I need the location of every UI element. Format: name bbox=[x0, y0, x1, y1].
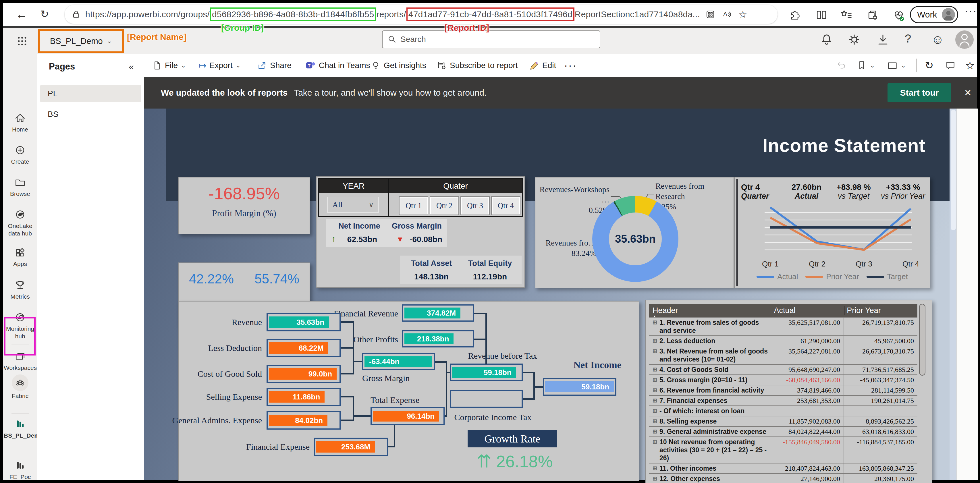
browser-back-icon[interactable]: ← bbox=[16, 8, 27, 21]
screenshot-root: ← ↻ https://app.powerbi.com/groups/d5682… bbox=[0, 0, 980, 483]
table-header-row[interactable]: Header ▲ Actual Prior Year bbox=[649, 304, 917, 317]
page-tab-bs[interactable]: BS bbox=[40, 106, 141, 123]
favorite-star-icon[interactable]: ☆ bbox=[738, 9, 747, 20]
file-menu[interactable]: File⌄ bbox=[152, 54, 186, 77]
quarter-button-1[interactable]: Qtr 1 bbox=[399, 196, 428, 215]
expand-icon[interactable]: ⊞ bbox=[652, 475, 657, 483]
subscribe-button[interactable]: Subscribe to report bbox=[437, 54, 518, 77]
table-row[interactable]: ⊞11. Other incomes218,407,824,463.00163,… bbox=[649, 463, 917, 473]
income-kpi-box[interactable]: Net Income Gross Margin ↑ 62.53bn ▼ -60.… bbox=[326, 219, 447, 247]
sidebar-item-onelake-data-hub[interactable]: OneLake data hub bbox=[3, 208, 37, 237]
quarter-button-2[interactable]: Qtr 2 bbox=[430, 196, 459, 215]
expand-icon[interactable]: ⊞ bbox=[652, 464, 657, 472]
chat-in-teams-button[interactable]: T Chat in Teams bbox=[305, 54, 370, 77]
table-row[interactable]: ⊞5. Gross margin (20=10 - 11)-60,084,463… bbox=[649, 375, 917, 385]
share-button[interactable]: Share bbox=[257, 54, 291, 77]
sidebar-item-create[interactable]: Create bbox=[3, 144, 37, 165]
bookmarks-button[interactable]: ⌄ bbox=[856, 54, 875, 77]
col-header: Header ▲ bbox=[649, 306, 772, 315]
donut-chart[interactable] bbox=[592, 196, 678, 282]
table-row[interactable]: ⊞8. Selling expense11,857,902,083.008,89… bbox=[649, 416, 917, 426]
add-tab-copy-icon[interactable] bbox=[866, 9, 879, 21]
split-screen-icon[interactable] bbox=[815, 9, 828, 21]
table-scrollbar[interactable] bbox=[919, 303, 926, 481]
sidebar-item-fe-poc[interactable]: FE_Poc bbox=[3, 459, 37, 481]
sidebar-item-browse[interactable]: Browse bbox=[3, 176, 37, 197]
help-icon[interactable]: ? bbox=[905, 32, 911, 45]
extensions-puzzle-icon[interactable] bbox=[788, 9, 801, 21]
banner-close-icon[interactable]: × bbox=[964, 86, 971, 99]
year-dropdown[interactable]: All ∨ bbox=[327, 197, 379, 213]
table-row[interactable]: ⊞1. Revenue from sales of goods and serv… bbox=[649, 317, 917, 335]
notifications-bell-icon[interactable] bbox=[819, 32, 834, 47]
expand-icon[interactable]: ⊞ bbox=[652, 427, 657, 435]
view-mode-button[interactable]: ⌄ bbox=[887, 54, 906, 77]
expand-icon[interactable]: ⊞ bbox=[652, 417, 657, 425]
sidebar-item-workspaces[interactable]: Workspaces bbox=[3, 350, 37, 372]
expand-icon[interactable]: ⊞ bbox=[652, 347, 657, 363]
collapse-pages-icon[interactable]: « bbox=[129, 62, 134, 72]
table-row[interactable]: ⊞9. General administrative expense84,024… bbox=[649, 426, 917, 437]
sidebar-item-bs-pl-demo[interactable]: BS_PL_Demo bbox=[3, 418, 37, 439]
expand-icon[interactable]: ⊞ bbox=[652, 337, 657, 345]
report-id-highlight-box: 47d1ad77-91cb-47dd-8a81-510d3f17496d bbox=[406, 8, 574, 21]
browser-more-icon[interactable]: ··· bbox=[964, 5, 977, 17]
income-statement-table-card[interactable]: Header ▲ Actual Prior Year ⊞1. Revenue f… bbox=[645, 300, 932, 483]
slicer-box: YEAR Quater All ∨ Qtr 1Qtr 2Qtr 3Qtr 4 bbox=[318, 178, 523, 217]
tab-grid-icon[interactable] bbox=[705, 9, 716, 19]
settings-gear-icon[interactable] bbox=[847, 32, 862, 47]
sidebar-item-home[interactable]: Home bbox=[3, 111, 37, 133]
sidebar-item-fabric[interactable]: Fabric bbox=[3, 375, 37, 400]
table-row[interactable]: ⊞2. Less deduction61,290,000.0045,967,50… bbox=[649, 335, 917, 346]
sidebar-item-apps[interactable]: Apps bbox=[3, 246, 37, 268]
comments-icon[interactable] bbox=[945, 54, 956, 77]
balance-kpi-box[interactable]: Total Asset Total Equity 148.13bn 112.19… bbox=[400, 256, 522, 284]
download-icon[interactable] bbox=[875, 32, 890, 47]
expand-icon[interactable]: ⊞ bbox=[652, 365, 657, 373]
toolbar-more-icon[interactable]: ··· bbox=[564, 54, 577, 77]
cell-actual: 61,290,000.00 bbox=[770, 336, 843, 346]
revenue-donut-card[interactable]: Revenues-Workshops …0.52% Revenues from … bbox=[535, 177, 734, 288]
table-row[interactable]: ⊞6. Revenue from financial activity374,8… bbox=[649, 385, 917, 395]
start-tour-button[interactable]: Start tour bbox=[888, 83, 951, 102]
quarter-button-4[interactable]: Qtr 4 bbox=[491, 196, 520, 215]
page-tab-pl[interactable]: PL bbox=[40, 85, 141, 102]
expand-icon[interactable]: ⊞ bbox=[652, 438, 657, 462]
refresh-visuals-icon[interactable]: ↻ bbox=[925, 54, 934, 77]
expand-icon[interactable]: ⊞ bbox=[652, 386, 657, 394]
expand-icon[interactable]: ⊞ bbox=[652, 318, 657, 335]
get-insights-button[interactable]: Get insights bbox=[371, 54, 426, 77]
favorite-report-star-icon[interactable]: ☆ bbox=[965, 54, 975, 77]
sidebar-item-monitoring-hub[interactable]: Monitoring hub bbox=[3, 311, 37, 340]
browser-essentials-icon[interactable] bbox=[892, 9, 905, 22]
read-aloud-icon[interactable]: A bbox=[721, 9, 733, 19]
expand-icon[interactable]: ⊞ bbox=[652, 407, 657, 415]
expand-icon[interactable]: ⊞ bbox=[652, 397, 657, 405]
browser-profile-button[interactable]: Work bbox=[910, 6, 958, 23]
canvas-scrollbar[interactable] bbox=[950, 108, 957, 480]
waffle-menu-icon[interactable] bbox=[16, 35, 29, 48]
feedback-smiley-icon[interactable]: ☺ bbox=[931, 32, 944, 46]
report-name-dropdown[interactable]: BS_PL_Demo ⌄ bbox=[38, 29, 124, 53]
address-bar[interactable]: https://app.powerbi.com/groups/d5682936-… bbox=[65, 5, 778, 24]
expand-icon[interactable]: ⊞ bbox=[652, 376, 657, 384]
income-flow-card[interactable] bbox=[178, 301, 640, 481]
sidebar-item-metrics[interactable]: Metrics bbox=[3, 278, 37, 300]
quarter-button-3[interactable]: Qtr 3 bbox=[460, 196, 490, 215]
table-row[interactable]: ⊞4. Cost of Goods Sold95,648,690,247.007… bbox=[649, 364, 917, 375]
export-menu[interactable]: ↦ Export⌄ bbox=[199, 54, 241, 77]
edit-button[interactable]: Edit bbox=[529, 54, 556, 77]
account-avatar[interactable] bbox=[955, 30, 974, 49]
table-row[interactable]: ⊞7. Financial expenses253,681,353.00190,… bbox=[649, 395, 917, 405]
table-row[interactable]: ⊞10 Net revenue from operating activitie… bbox=[649, 437, 917, 463]
table-row[interactable]: ⊞12. Other expenses27,146,900.0020,360,1… bbox=[649, 473, 917, 483]
table-row[interactable]: ⊞3. Net Revenue from sale of goods and s… bbox=[649, 346, 917, 364]
collections-icon[interactable] bbox=[840, 9, 853, 21]
kpi-profit-margin-card[interactable]: -168.95% Profit Margin (%) bbox=[178, 177, 310, 234]
chevron-down-icon: ⌄ bbox=[107, 37, 112, 45]
table-row[interactable]: ⊞- Of which: interest on loan bbox=[649, 405, 917, 416]
search-input[interactable]: Search bbox=[382, 30, 600, 48]
quarterly-trend-card[interactable]: Qtr 4 Quarter 27.60bn Actual +83.98 % vs… bbox=[734, 177, 930, 288]
browser-refresh-icon[interactable]: ↻ bbox=[40, 8, 49, 20]
cell-actual: -155,846,049,580.00 bbox=[770, 437, 843, 463]
